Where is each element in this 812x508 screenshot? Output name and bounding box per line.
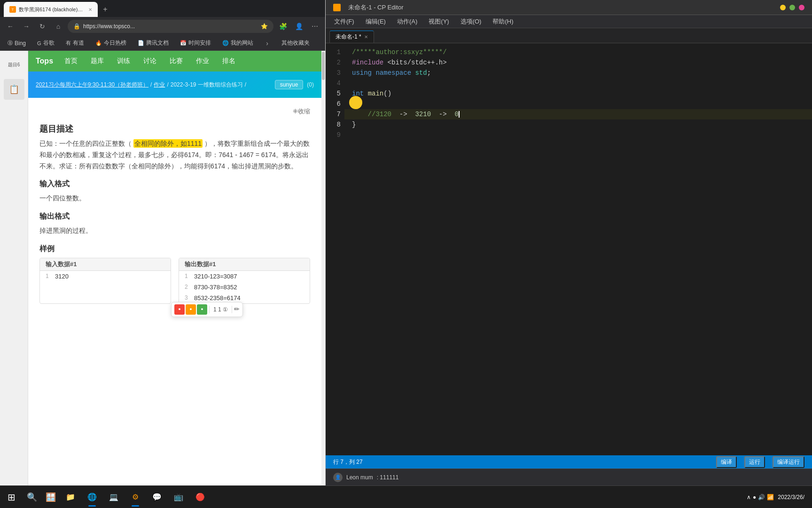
bookmark-others[interactable]: 其他收藏夹 <box>278 38 313 48</box>
problem-title: 题目描述 <box>39 123 310 135</box>
sidebar-item-active[interactable]: 📋 <box>4 79 24 100</box>
youdao-icon: 有 <box>66 40 71 47</box>
compile-btn[interactable]: 编译 <box>716 456 737 468</box>
toolbar-row: ⁜收缩 <box>39 107 310 116</box>
taskbar: ⊞ 🔍 🪟 📁 🌐 💻 ⚙ 💬 📺 🔴 ∧ ● 🔊 📶 2022/3/26/ <box>0 485 812 508</box>
editor-tab-1[interactable]: 未命名-1 * ✕ <box>329 31 374 43</box>
nav-rank[interactable]: 排名 <box>217 55 241 67</box>
taskbar-clock[interactable]: 2022/3/26/ <box>778 494 804 500</box>
bookmark-bing[interactable]: Ⓑ Bing <box>4 39 30 48</box>
home-btn[interactable]: ⌂ <box>52 20 65 33</box>
sep-2: / <box>167 81 168 88</box>
google-icon: G <box>37 40 41 46</box>
annotation-green-btn[interactable]: ● <box>197 304 207 315</box>
code-line-3[interactable]: using namespace std ; <box>344 68 812 78</box>
run-btn[interactable]: 运行 <box>744 456 765 468</box>
compile-run-btn[interactable]: 编译运行 <box>773 456 804 468</box>
line-num-9: 9 <box>337 130 341 140</box>
collapse-btn[interactable]: ⁜收缩 <box>293 107 310 116</box>
bookmark-hotlist[interactable]: 🔥 今日热榜 <box>92 38 130 48</box>
more-btn[interactable]: ⋯ <box>308 20 321 33</box>
taskbar-media[interactable]: 📺 <box>168 487 189 508</box>
menu-help[interactable]: 帮助(H) <box>488 16 518 27</box>
taskbar-browser[interactable]: 🌐 <box>82 487 102 508</box>
breadcrumb-1[interactable]: 2021习小每周六上午9:30-11:30（孙老师班） <box>36 81 148 89</box>
url-box[interactable]: 🔒 https://www.topsco... ⭐ <box>68 20 273 33</box>
browser-scrollbar[interactable] <box>321 51 325 485</box>
nav-discuss[interactable]: 讨论 <box>138 55 162 67</box>
code-line-5[interactable]: int main () <box>344 88 812 99</box>
sidebar-item-page[interactable]: 题目6 <box>4 55 24 75</box>
menu-view[interactable]: 视图(Y) <box>424 16 453 27</box>
tab-close-btn[interactable]: ✕ <box>364 34 368 40</box>
menu-edit[interactable]: 编辑(E) <box>361 16 390 27</box>
code-lines[interactable]: /*****author:ssxyz*****/ #include <bits/… <box>344 43 812 455</box>
code-token: 3210 <box>415 109 431 119</box>
taskbar-explorer[interactable]: 📁 <box>60 487 81 508</box>
maximize-btn[interactable] <box>789 5 795 10</box>
user-button[interactable]: sunyue <box>275 80 304 89</box>
code-line-4[interactable] <box>344 78 812 88</box>
tray-network[interactable]: 📶 <box>767 494 774 500</box>
status-right: 编译 运行 编译运行 <box>716 456 804 468</box>
code-line-1[interactable]: /*****author:ssxyz*****/ <box>344 47 812 57</box>
taskbar-record[interactable]: 🔴 <box>190 487 211 508</box>
annotation-edit-btn[interactable]: ✏ <box>234 304 240 315</box>
active-tab[interactable]: T 数学黑洞6174 (blackhole) - 2021习小每周六上午9:30… <box>4 2 98 17</box>
annotation-red-btn[interactable]: ● <box>174 304 185 315</box>
bookmark-mysite[interactable]: 🌐 我的网站 <box>219 38 257 48</box>
nav-train[interactable]: 训练 <box>111 55 136 67</box>
code-line-7[interactable]: //3120 -> 3210 -> 0 <box>344 109 812 119</box>
code-token: { <box>352 99 356 109</box>
bookmark-google[interactable]: G 谷歌 <box>33 38 58 48</box>
code-token: ; <box>427 68 431 78</box>
taskbar-cpeditor[interactable]: ⚙ <box>125 487 146 508</box>
notif-message: : 111111 <box>377 474 399 481</box>
code-line-2[interactable]: #include <bits/stdc++.h> <box>344 57 812 68</box>
nav-problems[interactable]: 题库 <box>85 55 109 67</box>
bookmark-tencent[interactable]: 📄 腾讯文档 <box>134 38 172 48</box>
forward-btn[interactable]: → <box>20 20 33 33</box>
code-token: namespace <box>375 68 411 78</box>
nav-home[interactable]: 首页 <box>59 55 83 67</box>
menu-action[interactable]: 动作(A) <box>392 16 422 27</box>
bookmark-bing-label: Bing <box>15 40 26 47</box>
site-logo[interactable]: Tops <box>36 57 53 65</box>
profile-btn[interactable]: 👤 <box>292 20 305 33</box>
menu-options[interactable]: 选项(O) <box>456 16 486 27</box>
input-value: 3120 <box>55 273 69 280</box>
breadcrumb-2[interactable]: 作业 <box>154 81 165 89</box>
search-taskbar-btn[interactable]: 🔍 <box>23 488 41 507</box>
bookmark-more-btn[interactable]: › <box>261 37 274 50</box>
back-btn[interactable]: ← <box>4 20 17 33</box>
browser-panel: T 数学黑洞6174 (blackhole) - 2021习小每周六上午9:30… <box>0 0 326 485</box>
extensions-btn[interactable]: 🧩 <box>276 20 289 33</box>
menu-file[interactable]: 文件(F) <box>329 16 359 27</box>
tray-volume[interactable]: 🔊 <box>758 494 765 500</box>
desc-highlighted: 全相同的除外，如1111 <box>133 139 203 148</box>
tab-close-btn[interactable]: ✕ <box>88 7 92 12</box>
close-btn[interactable] <box>799 5 804 10</box>
line-num-8: 8 <box>337 119 341 130</box>
start-button[interactable]: ⊞ <box>0 486 23 508</box>
new-tab-btn[interactable]: + <box>99 3 112 16</box>
refresh-btn[interactable]: ↻ <box>36 20 49 33</box>
sample-output-box: 输出数据#1 1 3210-123=3087 2 8730-378=8352 <box>179 258 310 304</box>
task-view-btn[interactable]: 🪟 <box>41 488 60 507</box>
scroll-thumb[interactable] <box>322 52 325 80</box>
tray-arrow[interactable]: ∧ <box>747 494 751 500</box>
bookmark-schedule[interactable]: 📅 时间安排 <box>176 38 215 48</box>
nav-homework[interactable]: 作业 <box>190 55 215 67</box>
nav-contest[interactable]: 比赛 <box>164 55 188 67</box>
breadcrumb-3[interactable]: 2022-3-19 一维数组综合练习 <box>171 81 243 89</box>
code-line-9[interactable] <box>344 130 812 140</box>
taskbar-terminal[interactable]: 💻 <box>103 487 124 508</box>
minimize-btn[interactable] <box>780 5 786 10</box>
annotation-count: 1 1 ① <box>211 305 230 314</box>
bookmark-youdao[interactable]: 有 有道 <box>62 38 88 48</box>
code-line-6[interactable]: { <box>344 99 812 109</box>
bookmark-schedule-label: 时间安排 <box>188 39 211 47</box>
code-line-8[interactable]: } <box>344 119 812 130</box>
annotation-orange-btn[interactable]: ● <box>186 304 196 315</box>
taskbar-wechat[interactable]: 💬 <box>147 487 167 508</box>
